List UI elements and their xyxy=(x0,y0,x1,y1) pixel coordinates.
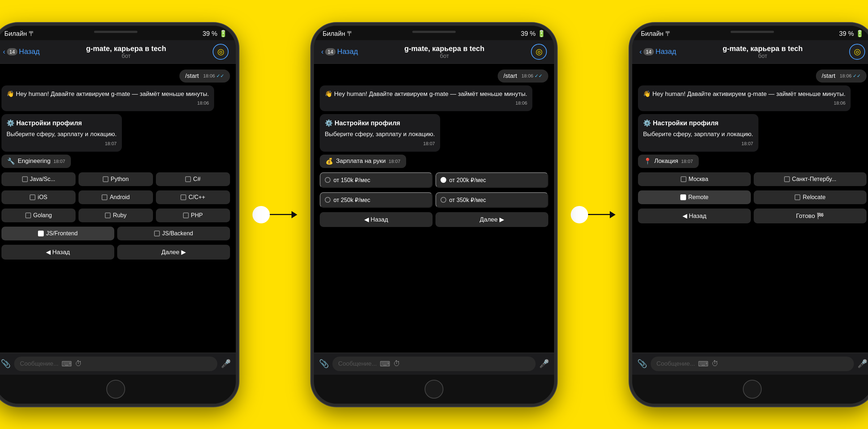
msg-engineering-1: 🔧 Engineering 18:07 xyxy=(1,155,230,168)
back-button-2[interactable]: ‹ 14 Назад xyxy=(321,47,358,56)
home-button-3[interactable] xyxy=(743,380,762,399)
chat-title-block-1: g-mate, карьера в tech бот xyxy=(44,44,208,59)
chat-subtitle-3: бот xyxy=(681,53,845,59)
kb-ruby-1[interactable]: Ruby xyxy=(78,209,153,222)
chat-subtitle-2: бот xyxy=(362,53,527,59)
status-left-3: Билайн 〒 xyxy=(641,29,672,38)
home-button-1[interactable] xyxy=(106,380,125,399)
settings-title-2: ⚙️ Настройки профиля xyxy=(325,118,435,128)
chat-body-3: /start 18:06 ✓✓ 👋 Hey human! Давайте акт… xyxy=(632,64,868,353)
clock-icon-1[interactable]: ⏱ xyxy=(75,359,82,368)
status-right-2: 39 % 🔋 xyxy=(521,30,545,38)
clock-icon-2[interactable]: ⏱ xyxy=(393,359,400,368)
kb-cpp-1[interactable]: C/C++ xyxy=(156,190,230,204)
chat-title-2: g-mate, карьера в tech xyxy=(362,44,527,53)
salary-200k-2[interactable]: от 200k ₽/мес xyxy=(435,172,548,188)
mic-icon-2[interactable]: 🎤 xyxy=(539,359,549,369)
kb-relocate-3[interactable]: Relocate xyxy=(754,190,867,204)
msg-settings-card-2: ⚙️ Настройки профиля Выберите сферу, зар… xyxy=(320,114,548,152)
kb-jsbackend-1[interactable]: JS/Backend xyxy=(117,227,230,240)
keyboard-nav-1: ◀ Назад Далее ▶ xyxy=(1,245,230,260)
kb-next-2[interactable]: Далее ▶ xyxy=(435,212,548,227)
kb-java-1[interactable]: Java/Sc... xyxy=(1,172,76,186)
engineering-text-1: Engineering xyxy=(18,157,51,165)
phone-sensor xyxy=(94,31,137,33)
keyboard-row1-1: Java/Sc... Python C# xyxy=(1,172,230,186)
msg-bot-welcome-3: 👋 Hey human! Давайте активируем g-mate —… xyxy=(638,85,867,111)
settings-body-3: Выберите сферу, зарплату и локацию. xyxy=(643,130,753,139)
clock-icon-3[interactable]: ⏱ xyxy=(711,359,719,368)
kb-remote-3[interactable]: Remote xyxy=(638,190,751,204)
salary-label-2: 💰 Зарплата на руки 18:07 xyxy=(320,155,406,168)
salary-150k-text-2: от 150k ₽/мес xyxy=(333,177,370,184)
kb-jsfrontend-1[interactable]: JS/Frontend xyxy=(1,227,114,240)
engineering-icon-1: 🔧 xyxy=(7,157,15,165)
back-label-3[interactable]: Назад xyxy=(655,47,676,56)
back-button-1[interactable]: ‹ 14 Назад xyxy=(3,47,40,56)
mic-icon-3[interactable]: 🎤 xyxy=(858,359,867,369)
radio-200k-dot-2 xyxy=(441,177,446,183)
keyboard-row4-1: JS/Frontend JS/Backend xyxy=(1,227,230,240)
msg-sent-start-2: /start 18:06 ✓✓ xyxy=(320,70,548,83)
location-icon-3: 📍 xyxy=(644,157,651,165)
settings-card-1: ⚙️ Настройки профиля Выберите сферу, зар… xyxy=(1,114,122,152)
back-label-1[interactable]: Назад xyxy=(19,47,39,56)
status-right-1: 39 % 🔋 xyxy=(203,30,227,38)
kb-back-1[interactable]: ◀ Назад xyxy=(1,245,114,260)
kb-ios-1[interactable]: iOS xyxy=(1,190,76,204)
msg-bot-welcome-2: 👋 Hey human! Давайте активируем g-mate —… xyxy=(320,85,548,111)
attach-icon-1[interactable]: 📎 xyxy=(1,359,10,369)
sticker-icon-3[interactable]: ⌨ xyxy=(698,359,709,368)
arrow-2 xyxy=(571,206,615,223)
arrow-line-1 xyxy=(270,214,292,215)
arrow-shape-2 xyxy=(571,206,616,223)
settings-body-1: Выберите сферу, зарплату и локацию. xyxy=(7,130,117,139)
chat-input-field-3[interactable]: Сообщение... ⌨ ⏱ xyxy=(651,357,854,371)
scene: Билайн 〒 39 % 🔋 ‹ 14 Назад g-mate, карье… xyxy=(0,0,868,429)
input-icons-2: ⌨ ⏱ xyxy=(380,359,400,368)
kb-back-3[interactable]: ◀ Назад xyxy=(638,209,751,223)
back-label-2[interactable]: Назад xyxy=(337,47,358,56)
attach-icon-2[interactable]: 📎 xyxy=(319,359,329,369)
sticker-icon-2[interactable]: ⌨ xyxy=(380,359,390,368)
sticker-icon-1[interactable]: ⌨ xyxy=(61,359,72,368)
home-button-2[interactable] xyxy=(425,380,443,399)
chat-header-3: ‹ 14 Назад g-mate, карьера в tech бот ◎ xyxy=(632,40,868,64)
back-button-3[interactable]: ‹ 14 Назад xyxy=(639,47,676,56)
chat-avatar-2[interactable]: ◎ xyxy=(531,44,547,60)
salary-150k-2[interactable]: от 150k ₽/мес xyxy=(320,172,433,188)
kb-python-1[interactable]: Python xyxy=(78,172,153,186)
settings-body-2: Выберите сферу, зарплату и локацию. xyxy=(325,130,435,139)
arrow-head-1 xyxy=(292,211,297,218)
kb-next-1[interactable]: Далее ▶ xyxy=(117,245,230,260)
mic-icon-1[interactable]: 🎤 xyxy=(221,359,231,369)
kb-moscow-3[interactable]: Москва xyxy=(638,172,751,186)
status-left-1: Билайн 〒 xyxy=(4,29,35,38)
chat-avatar-1[interactable]: ◎ xyxy=(213,44,229,60)
input-icons-1: ⌨ ⏱ xyxy=(61,359,82,368)
msg-sent-start-1: /start 18:06 ✓✓ xyxy=(1,70,230,83)
bot-welcome-text-2: 👋 Hey human! Давайте активируем g-mate —… xyxy=(325,91,527,97)
kb-done-3[interactable]: Готово 🏁 xyxy=(754,209,867,223)
kb-php-1[interactable]: PHP xyxy=(156,209,230,222)
back-badge-3: 14 xyxy=(643,48,654,55)
phone-sensor-2 xyxy=(412,31,456,33)
kb-csharp-1[interactable]: C# xyxy=(156,172,230,186)
arrow-circle-2 xyxy=(571,206,588,223)
salary-250k-2[interactable]: от 250k ₽/мес xyxy=(320,192,433,208)
chat-input-field-2[interactable]: Сообщение... ⌨ ⏱ xyxy=(332,357,536,371)
arrow-shape-1 xyxy=(252,206,297,223)
chat-input-field-1[interactable]: Сообщение... ⌨ ⏱ xyxy=(14,357,217,371)
kb-back-2[interactable]: ◀ Назад xyxy=(320,212,433,227)
kb-android-1[interactable]: Android xyxy=(78,190,153,204)
status-bar-3: Билайн 〒 39 % 🔋 xyxy=(632,26,868,40)
chat-body-2: /start 18:06 ✓✓ 👋 Hey human! Давайте акт… xyxy=(314,64,554,353)
kb-golang-1[interactable]: Golang xyxy=(1,209,76,222)
chat-title-block-3: g-mate, карьера в tech бот xyxy=(681,44,845,59)
arrow-circle-1 xyxy=(252,206,270,223)
kb-spb-3[interactable]: Санкт-Петербу... xyxy=(754,172,867,186)
status-bar-2: Билайн 〒 39 % 🔋 xyxy=(314,26,554,40)
attach-icon-3[interactable]: 📎 xyxy=(637,359,647,369)
chat-avatar-3[interactable]: ◎ xyxy=(849,44,865,60)
salary-350k-2[interactable]: от 350k ₽/мес xyxy=(435,192,548,208)
